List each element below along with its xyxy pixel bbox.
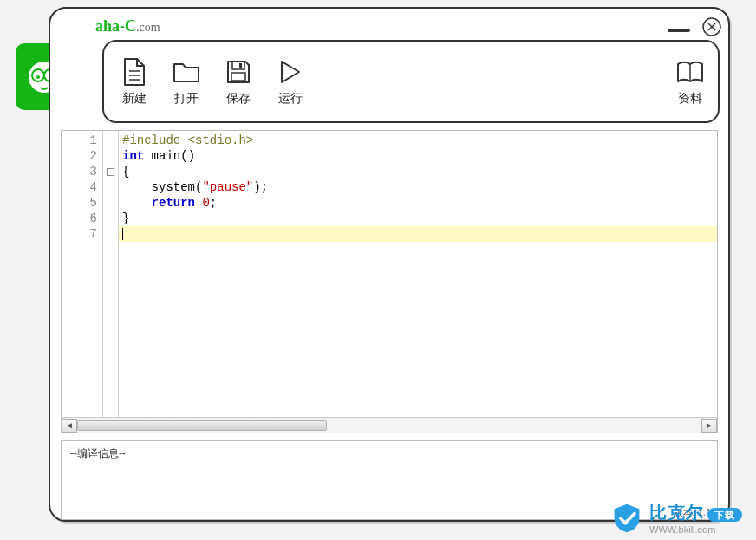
close-button[interactable] — [702, 17, 721, 36]
svg-rect-7 — [668, 29, 690, 32]
editor-body: 1234567 #include <stdio.h>int main(){ sy… — [62, 131, 717, 417]
new-label: 新建 — [122, 91, 147, 107]
fold-row[interactable] — [103, 226, 118, 242]
code-line[interactable]: #include <stdio.h> — [119, 133, 717, 148]
download-pill: 下载 — [707, 508, 742, 522]
line-number: 7 — [62, 226, 102, 242]
run-label: 运行 — [278, 91, 303, 107]
line-number: 5 — [62, 195, 102, 211]
minimize-button[interactable] — [668, 20, 690, 34]
shield-icon — [611, 503, 642, 534]
file-icon — [119, 56, 150, 88]
line-number: 6 — [62, 211, 102, 226]
line-gutter[interactable]: 1234567 — [62, 131, 103, 417]
scroll-left-arrow[interactable]: ◄ — [62, 419, 77, 433]
fold-row[interactable] — [103, 148, 118, 164]
code-line[interactable]: return 0; — [119, 195, 717, 211]
fold-row[interactable] — [103, 133, 118, 148]
scroll-thumb[interactable] — [77, 420, 327, 431]
code-line[interactable]: system("pause"); — [119, 179, 717, 195]
book-icon — [675, 56, 706, 88]
code-editor[interactable]: 1234567 #include <stdio.h>int main(){ sy… — [61, 130, 718, 433]
scroll-right-arrow[interactable]: ► — [701, 419, 717, 433]
fold-row[interactable] — [103, 195, 118, 211]
line-number: 2 — [62, 148, 102, 164]
code-area[interactable]: #include <stdio.h>int main(){ system("pa… — [119, 131, 717, 417]
new-button[interactable]: 新建 — [116, 56, 153, 107]
fold-row[interactable] — [103, 179, 118, 195]
line-number: 4 — [62, 179, 102, 195]
minimize-icon — [668, 27, 690, 34]
code-line[interactable]: int main() — [119, 148, 717, 164]
open-label: 打开 — [174, 91, 199, 107]
window-controls — [668, 17, 721, 36]
titlebar: aha-C.com — [102, 14, 720, 38]
code-line[interactable] — [119, 226, 717, 242]
code-line[interactable]: { — [119, 164, 717, 179]
save-icon — [223, 56, 254, 88]
toolbar: 新建 打开 保存 — [102, 40, 720, 123]
close-icon — [702, 17, 721, 36]
svg-rect-12 — [232, 62, 244, 69]
save-label: 保存 — [226, 91, 251, 107]
docs-label: 资料 — [678, 91, 702, 107]
svg-point-3 — [36, 75, 40, 79]
play-icon — [275, 56, 306, 88]
code-line[interactable]: } — [119, 211, 717, 226]
fold-row[interactable] — [103, 211, 118, 226]
fold-row[interactable] — [103, 164, 118, 179]
app-window: aha-C.com — [49, 7, 730, 522]
save-button[interactable]: 保存 — [220, 56, 257, 107]
brand-suffix: .com — [136, 21, 160, 34]
open-button[interactable]: 打开 — [168, 56, 205, 107]
fold-margin[interactable] — [103, 131, 119, 417]
scroll-track[interactable] — [77, 419, 701, 433]
run-button[interactable]: 运行 — [272, 56, 309, 107]
watermark-name: 比克尔下载 — [649, 501, 742, 524]
brand: aha-C.com — [95, 17, 160, 36]
watermark-url: WWW.bkill.com — [649, 524, 742, 535]
output-header: --编译信息-- — [70, 446, 708, 461]
svg-rect-14 — [231, 73, 245, 81]
horizontal-scrollbar[interactable]: ◄ ► — [62, 417, 717, 433]
text-caret — [122, 228, 123, 240]
toolbar-left: 新建 打开 保存 — [116, 56, 309, 107]
line-number: 3 — [62, 164, 102, 179]
svg-rect-13 — [239, 63, 242, 68]
brand-main: aha-C — [95, 17, 136, 35]
fold-toggle[interactable] — [107, 168, 114, 176]
folder-icon — [171, 56, 202, 88]
site-watermark: 比克尔下载 WWW.bkill.com — [611, 501, 742, 535]
docs-button[interactable]: 资料 — [675, 56, 706, 107]
line-number: 1 — [62, 133, 102, 148]
